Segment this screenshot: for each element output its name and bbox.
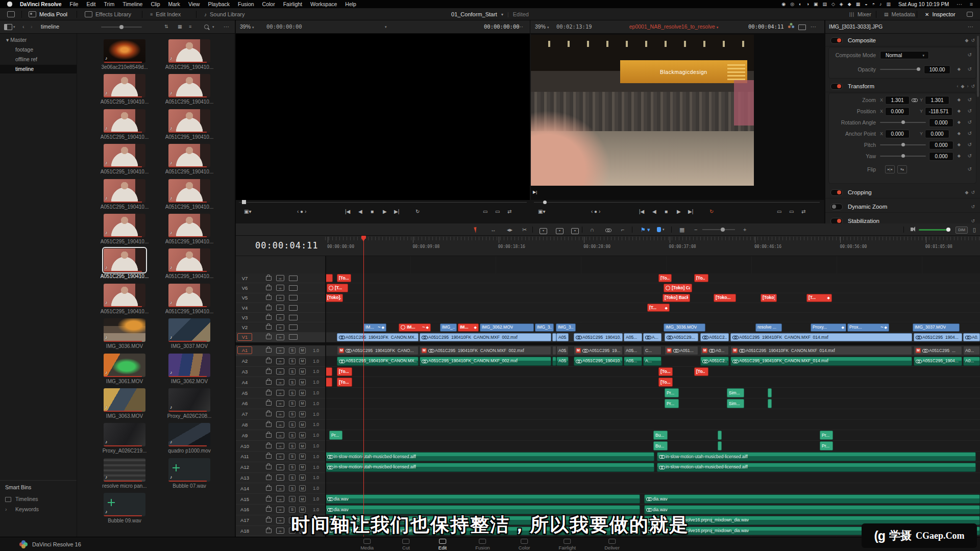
timeline-clip[interactable]: A051C295_1904... — [914, 357, 962, 366]
auto-select-icon[interactable]: ◃▹ — [276, 285, 284, 291]
timeline-clip[interactable]: MA051C295_... — [914, 346, 962, 355]
selection-mode-icon[interactable] — [474, 226, 480, 233]
auto-select-icon[interactable]: ◃▹ — [276, 379, 284, 385]
timeline-jog-control[interactable]: ‹ ● › — [591, 209, 600, 214]
zoom-out-icon[interactable]: − — [694, 226, 697, 233]
timeline-clip[interactable]: A05... — [624, 357, 642, 366]
media-clip-thumbnail[interactable]: ♪ — [168, 318, 210, 342]
track-name-A11[interactable]: A11 — [237, 453, 252, 460]
reset-icon[interactable]: ↺ — [968, 117, 972, 128]
linked-selection-icon[interactable] — [605, 229, 610, 232]
track-header-A10[interactable]: A10◃▹SM1.0 — [235, 441, 325, 452]
track-name-A6[interactable]: A6 — [237, 399, 252, 407]
opacity-value[interactable]: 100.00 — [924, 65, 950, 74]
auto-select-icon[interactable]: ◃▹ — [276, 390, 284, 396]
position-x-value[interactable]: 0.000 — [885, 107, 910, 116]
menu-playback[interactable]: Playback — [208, 1, 230, 7]
track-lane-A3[interactable] — [325, 367, 980, 378]
solo-button[interactable]: S — [289, 443, 296, 449]
auto-select-icon[interactable]: ◃▹ — [276, 305, 284, 311]
track-name-A10[interactable]: A10 — [237, 442, 252, 450]
track-header-A12[interactable]: A12◃▹SM1.0 — [235, 462, 325, 473]
auto-select-icon[interactable]: ◃▹ — [276, 400, 284, 407]
timeline-clip[interactable]: A05... — [624, 333, 642, 341]
media-clip-thumbnail[interactable]: ♪ — [168, 388, 210, 412]
timeline-clip[interactable]: [Toko]... — [325, 294, 343, 302]
auto-select-icon[interactable]: ◃▹ — [276, 324, 284, 331]
sidebar-bin-Master[interactable]: ▾ Master — [0, 36, 77, 44]
solo-button[interactable]: S — [289, 432, 296, 438]
auto-select-icon[interactable]: ◃▹ — [276, 368, 284, 374]
track-header-A2[interactable]: A2◃▹SM1.0 — [235, 356, 325, 367]
page-tab-edit[interactable]: Edit — [435, 539, 450, 550]
media-clip-thumbnail[interactable]: ♪ — [104, 423, 145, 446]
track-lock-icon[interactable] — [266, 497, 272, 502]
source-jog-bar[interactable] — [239, 202, 527, 203]
safe-area-icon[interactable] — [798, 24, 806, 30]
timeline-clip[interactable]: IMG_3036.MOV — [664, 323, 705, 332]
timeline-clip[interactable] — [552, 357, 556, 366]
timeline-display-icon[interactable]: ▯ — [973, 226, 976, 233]
menu-clip[interactable]: Clip — [151, 1, 160, 7]
track-lock-icon[interactable] — [266, 475, 272, 480]
timeline-clip[interactable]: resolve ... — [755, 323, 782, 332]
auto-select-icon[interactable]: ◃▹ — [276, 275, 284, 281]
timeline-clip[interactable] — [718, 441, 722, 450]
auto-select-icon[interactable]: ◃▹ — [276, 474, 284, 481]
track-header-A15[interactable]: A15◃▹SM1.0 — [235, 494, 325, 505]
position-lock-icon[interactable]: ⌐ — [621, 226, 624, 233]
timeline-clip[interactable]: Bu... — [653, 431, 668, 440]
track-name-V5[interactable]: V5 — [237, 294, 252, 302]
auto-select-icon[interactable]: ◃▹ — [276, 432, 284, 438]
timeline-clip[interactable]: dia.wav — [644, 494, 980, 504]
track-lane-A14[interactable] — [325, 483, 980, 494]
sound-library-button[interactable]: ♪Sound Library — [204, 8, 245, 20]
timeline-stop-button[interactable]: ■ — [665, 209, 668, 214]
replace-clip-icon[interactable]: ▾ — [571, 226, 579, 234]
timeline-clip[interactable]: in-slow-motion-utah-musicbed-licensed.ai… — [657, 452, 976, 461]
reset-icon[interactable]: ↺ — [968, 151, 972, 162]
solo-button[interactable]: S — [289, 464, 296, 470]
mute-button[interactable]: M — [299, 496, 306, 502]
color-wheels-icon[interactable] — [788, 26, 791, 28]
track-enable-icon[interactable] — [289, 295, 298, 300]
track-lane-V5[interactable] — [325, 293, 980, 303]
menubar-clock[interactable]: Sat Aug 10 10:19 PM — [898, 1, 949, 7]
timeline-clip[interactable]: dia.wav — [325, 494, 640, 504]
auto-select-icon[interactable]: ◃▹ — [276, 496, 284, 502]
timeline-clip[interactable]: A0... — [963, 333, 980, 341]
media-clip-thumbnail[interactable]: ♪ — [168, 284, 210, 307]
track-header-V3[interactable]: V3◃▹ — [235, 313, 325, 322]
menu-view[interactable]: View — [188, 1, 200, 7]
source-grab-still-icon[interactable]: ▭ — [495, 209, 500, 214]
composite-section-header[interactable]: Composite ◆↺ — [825, 35, 980, 46]
timeline-clip[interactable]: IMG_3... — [556, 323, 576, 332]
menubar-status-icon[interactable]: ◇ — [831, 2, 835, 7]
edit-index-button[interactable]: ≡Edit Index — [150, 8, 181, 20]
timeline-clip[interactable] — [325, 367, 332, 377]
timeline-clip[interactable]: in-slow-motion-utah-musicbed-licensed.ai… — [657, 463, 976, 472]
track-name-A15[interactable]: A15 — [237, 495, 252, 503]
insert-clip-icon[interactable]: ▾ — [540, 226, 547, 234]
timeline-clip[interactable]: [To.. — [694, 367, 708, 377]
mixer-button[interactable]: |||Mixer — [849, 8, 871, 20]
timeline-clip[interactable]: IM...◆ — [458, 323, 479, 332]
menu-color[interactable]: Color — [262, 1, 275, 7]
mute-button[interactable]: M — [299, 400, 306, 407]
keyframe-icon[interactable]: ◆ — [965, 38, 969, 43]
page-tab-color[interactable]: Color — [516, 539, 533, 550]
track-header-A5[interactable]: A5◃▹SM1.0 — [235, 388, 325, 398]
auto-select-icon[interactable]: ◃▹ — [276, 421, 284, 428]
source-go-to-end-button[interactable]: ▶| — [394, 209, 399, 214]
timeline-clip[interactable] — [325, 378, 332, 387]
timeline-clip[interactable]: A05... — [556, 333, 569, 341]
inspector-options-icon[interactable]: ⋯ — [968, 20, 974, 33]
menubar-more-icon[interactable]: ⋯ — [957, 1, 962, 7]
reset-icon[interactable]: ↺ — [971, 38, 975, 43]
track-name-A3[interactable]: A3 — [237, 368, 252, 375]
timeline-clip[interactable]: Bu... — [653, 441, 668, 450]
solo-button[interactable]: S — [289, 379, 296, 385]
timeline-clip[interactable]: A05... — [624, 346, 642, 355]
track-enable-icon[interactable] — [289, 276, 298, 281]
track-header-V6[interactable]: V6◃▹ — [235, 283, 325, 293]
